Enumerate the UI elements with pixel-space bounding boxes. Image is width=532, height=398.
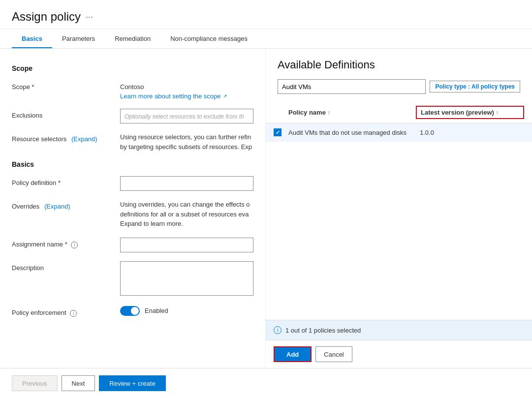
th-latest-version[interactable]: Latest version (preview) ↕ xyxy=(416,106,524,119)
overrides-row: Overrides (Expand) Using overrides, you … xyxy=(12,200,253,229)
th-policy-name[interactable]: Policy name ↕ xyxy=(288,109,416,116)
assignment-name-input[interactable] xyxy=(120,238,253,252)
assignment-name-label: Assignment name * i xyxy=(12,238,120,248)
available-definitions-title: Available Definitions xyxy=(278,59,520,71)
scope-label: Scope * xyxy=(12,80,120,91)
th-version-sort-icon: ↕ xyxy=(496,110,499,115)
resource-selectors-desc: Using resource selectors, you can furthe… xyxy=(120,132,253,152)
policy-type-filter[interactable]: Policy type : All policy types xyxy=(430,81,520,92)
policy-enforcement-row: Policy enforcement i Enabled xyxy=(12,306,253,317)
policy-definition-input[interactable] xyxy=(120,176,253,191)
basics-section-title: Basics xyxy=(12,160,253,168)
tab-parameters[interactable]: Parameters xyxy=(52,29,105,48)
overrides-label-text: Overrides xyxy=(12,203,39,210)
policy-enforcement-label: Policy enforcement i xyxy=(12,306,120,317)
assignment-name-info-icon: i xyxy=(71,242,78,248)
footer-info-icon: i xyxy=(274,326,282,334)
page-title: Assign policy xyxy=(12,10,81,24)
overrides-desc: Using overrides, you can change the effe… xyxy=(120,200,253,229)
description-input[interactable] xyxy=(120,261,253,296)
tab-remediation[interactable]: Remediation xyxy=(105,29,160,48)
description-label: Description xyxy=(12,261,120,272)
tab-basics[interactable]: Basics xyxy=(12,29,52,48)
table-row[interactable]: ✓ Audit VMs that do not use managed disk… xyxy=(266,123,532,142)
page-footer: Previous Next Review + create xyxy=(0,368,532,398)
tab-noncompliance[interactable]: Non-compliance messages xyxy=(160,29,257,48)
policy-definition-label: Policy definition * xyxy=(12,176,120,186)
resource-selectors-row: Resource selectors (Expand) Using resour… xyxy=(12,132,253,152)
exclusions-row: Exclusions xyxy=(12,109,253,123)
policy-enforcement-label-text: Policy enforcement xyxy=(12,309,66,316)
resource-selectors-expand[interactable]: (Expand) xyxy=(71,135,97,143)
scope-value: Contoso xyxy=(120,80,253,91)
resource-selectors-label-text: Resource selectors xyxy=(12,135,66,143)
scope-section-title: Scope xyxy=(12,64,253,72)
resource-selectors-label: Resource selectors (Expand) xyxy=(12,132,120,143)
right-panel-header: Available Definitions Policy type : All … xyxy=(266,49,532,102)
learn-more-link[interactable]: Learn more about setting the scope ↗ xyxy=(120,92,253,100)
search-filter-row: Policy type : All policy types xyxy=(278,79,520,94)
scope-row: Scope * Contoso Learn more about setting… xyxy=(12,80,253,100)
td-policy-name: Audit VMs that do not use managed disks xyxy=(288,129,416,136)
review-create-button[interactable]: Review + create xyxy=(99,375,166,391)
exclusions-label: Exclusions xyxy=(12,109,120,119)
tabs-bar: Basics Parameters Remediation Non-compli… xyxy=(0,29,532,49)
th-policy-name-sort-icon: ↕ xyxy=(328,110,330,115)
policy-definition-row: Policy definition * xyxy=(12,176,253,191)
th-version-text: Latest version (preview) xyxy=(421,109,494,116)
td-policy-version: 1.0.0 xyxy=(416,129,524,136)
td-checkbox[interactable]: ✓ xyxy=(274,128,288,136)
policy-type-label: Policy type : xyxy=(435,83,471,90)
table-header: Policy name ↕ Latest version (preview) ↕ xyxy=(266,102,532,123)
cancel-button[interactable]: Cancel xyxy=(315,346,352,362)
definitions-table: Policy name ↕ Latest version (preview) ↕… xyxy=(266,102,532,211)
right-panel-spacer xyxy=(266,211,532,320)
add-button[interactable]: Add xyxy=(274,346,312,362)
left-panel: Scope Scope * Contoso Learn more about s… xyxy=(0,49,266,368)
next-button[interactable]: Next xyxy=(62,375,95,391)
selection-count-text: 1 out of 1 policies selected xyxy=(285,327,361,334)
right-panel-footer: i 1 out of 1 policies selected xyxy=(266,320,532,340)
policy-enforcement-toggle-label: Enabled xyxy=(145,307,168,314)
assignment-name-label-text: Assignment name * xyxy=(12,241,67,248)
overrides-expand[interactable]: (Expand) xyxy=(44,203,70,210)
policy-enforcement-toggle[interactable] xyxy=(120,306,140,316)
checkbox-check-icon: ✓ xyxy=(276,129,280,136)
exclusions-input[interactable] xyxy=(120,109,253,123)
header-ellipsis[interactable]: ··· xyxy=(86,12,93,22)
row-checkbox[interactable]: ✓ xyxy=(274,128,282,136)
overrides-label: Overrides (Expand) xyxy=(12,200,120,210)
toggle-thumb xyxy=(131,307,139,315)
learn-more-text: Learn more about setting the scope xyxy=(120,92,221,100)
assignment-name-row: Assignment name * i xyxy=(12,238,253,252)
definitions-search-input[interactable] xyxy=(278,79,426,94)
right-panel: Available Definitions Policy type : All … xyxy=(266,49,532,368)
previous-button[interactable]: Previous xyxy=(12,375,58,391)
th-policy-name-text: Policy name xyxy=(288,109,326,116)
description-row: Description xyxy=(12,261,253,297)
right-panel-actions: Add Cancel xyxy=(266,340,532,368)
policy-enforcement-info-icon: i xyxy=(70,310,77,317)
external-link-icon: ↗ xyxy=(223,93,227,99)
policy-type-value: All policy types xyxy=(471,83,515,90)
